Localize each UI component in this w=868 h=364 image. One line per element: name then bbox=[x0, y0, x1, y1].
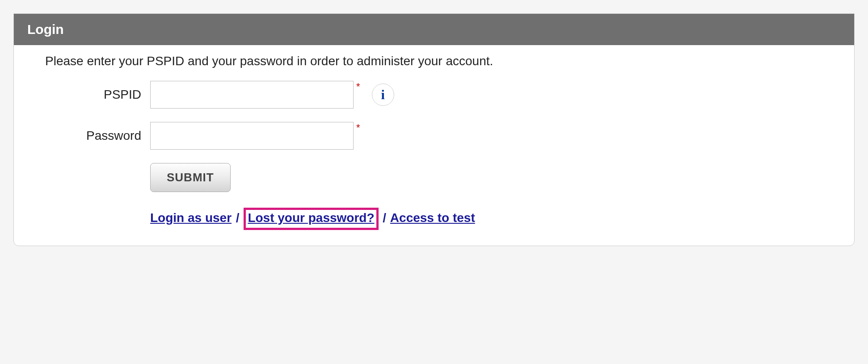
panel-body: Please enter your PSPID and your passwor… bbox=[14, 45, 854, 246]
login-panel: Login Please enter your PSPID and your p… bbox=[13, 13, 855, 246]
lost-password-link[interactable]: Lost your password? bbox=[248, 211, 374, 225]
panel-title: Login bbox=[14, 14, 854, 45]
pspid-input[interactable] bbox=[150, 81, 354, 109]
login-as-user-link[interactable]: Login as user bbox=[150, 211, 232, 225]
password-row: Password * bbox=[45, 122, 836, 150]
link-separator: / bbox=[383, 211, 386, 225]
links-row: Login as user / Lost your password? / Ac… bbox=[150, 208, 836, 230]
highlight-box: Lost your password? bbox=[244, 208, 378, 230]
access-to-test-link[interactable]: Access to test bbox=[390, 211, 475, 225]
link-separator: / bbox=[236, 211, 240, 225]
required-asterisk: * bbox=[356, 122, 360, 134]
password-input[interactable] bbox=[150, 122, 354, 150]
submit-row: SUBMIT bbox=[150, 163, 836, 192]
instruction-text: Please enter your PSPID and your passwor… bbox=[45, 54, 836, 68]
pspid-label: PSPID bbox=[45, 88, 150, 102]
required-asterisk: * bbox=[356, 81, 360, 92]
submit-button[interactable]: SUBMIT bbox=[150, 163, 231, 192]
info-icon[interactable]: i bbox=[372, 84, 394, 106]
pspid-row: PSPID * i bbox=[45, 81, 836, 109]
password-label: Password bbox=[45, 129, 150, 143]
